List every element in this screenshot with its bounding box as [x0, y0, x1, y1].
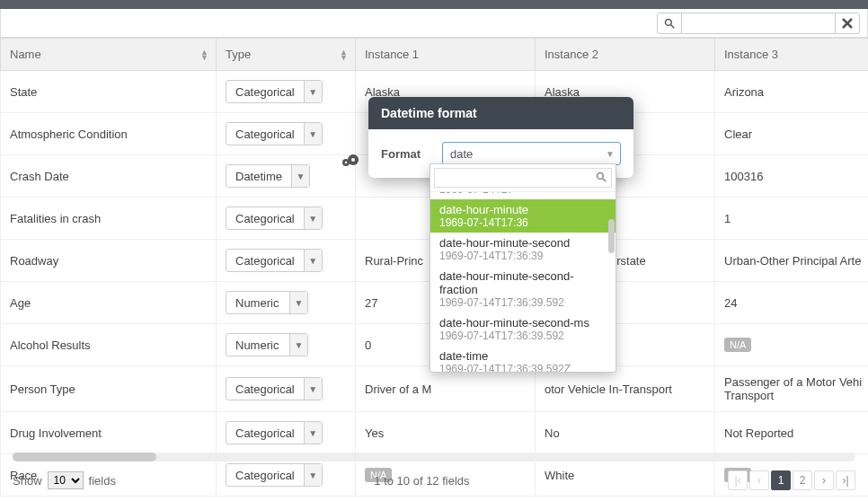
option-example: 1969-07-14T17: [439, 192, 607, 196]
chevron-down-icon: ▼: [304, 123, 322, 145]
type-select[interactable]: Categorical▼: [226, 377, 323, 400]
chevron-down-icon: ▼: [304, 81, 322, 102]
option-example: 1969-07-14T17:36:39: [439, 250, 607, 262]
scrollbar-thumb[interactable]: [13, 453, 156, 461]
cell-name: Drug Involvement: [1, 412, 217, 454]
col-label: Name: [10, 48, 41, 61]
col-instance-1: Instance 1: [356, 39, 536, 71]
page-first-button[interactable]: |‹: [728, 470, 748, 490]
cell-type: Categorical▼: [217, 71, 356, 113]
cell-name: Roadway: [1, 240, 217, 282]
dropdown-scrollbar[interactable]: [608, 219, 615, 253]
cell-instance: N/A: [715, 324, 869, 366]
pager: |‹ ‹ 1 2 › ›|: [728, 470, 855, 490]
horizontal-scrollbar[interactable]: [13, 453, 855, 461]
chevron-down-icon: ▼: [304, 378, 322, 400]
type-select[interactable]: Categorical▼: [226, 207, 323, 230]
cell-type: Numeric▼: [217, 282, 356, 324]
col-name[interactable]: Name▲▼: [1, 39, 217, 71]
col-instance-2: Instance 2: [536, 39, 715, 71]
na-badge: N/A: [724, 338, 751, 352]
page-2-button[interactable]: 2: [793, 470, 812, 490]
cell-type: Categorical▼: [217, 240, 356, 282]
col-instance-3: Instance 3: [715, 39, 869, 71]
clear-search-button[interactable]: [835, 13, 860, 34]
sort-icon: ▲▼: [200, 49, 208, 60]
type-select[interactable]: Categorical▼: [226, 421, 323, 444]
type-value: Categorical: [226, 207, 304, 229]
col-label: Instance 1: [365, 48, 419, 61]
type-select[interactable]: Datetime▼: [226, 164, 310, 188]
svg-point-8: [598, 173, 604, 180]
search-icon: [664, 18, 675, 29]
type-select[interactable]: Categorical▼: [226, 249, 323, 272]
page-size-select[interactable]: 10: [48, 471, 84, 489]
type-value: Datetime: [226, 165, 291, 187]
combo-value: date: [450, 147, 473, 161]
page-prev-button[interactable]: ‹: [749, 470, 769, 490]
cell-type: Categorical▼: [217, 412, 356, 454]
sort-icon: ▲▼: [340, 49, 348, 60]
type-value: Numeric: [226, 292, 289, 313]
cell-type: Numeric▼: [217, 324, 356, 366]
dropdown-option[interactable]: date-hour-minute-second-fraction1969-07-…: [430, 266, 616, 312]
fields-label: fields: [89, 474, 116, 488]
chevron-down-icon: ▼: [304, 207, 322, 229]
cell-instance: Driver of a M: [356, 366, 536, 412]
option-example: 1969-07-14T17:36:39.592Z: [439, 363, 607, 372]
type-value: Numeric: [226, 334, 289, 356]
cell-instance: otor Vehicle In-Transport: [536, 366, 715, 412]
type-select[interactable]: Categorical▼: [226, 80, 323, 103]
option-label: date-hour-minute-second: [439, 236, 607, 250]
page-next-button[interactable]: ›: [814, 470, 834, 490]
chevron-down-icon: ▼: [289, 292, 307, 313]
configure-icon[interactable]: [341, 153, 361, 167]
cell-name: Crash Date: [1, 155, 217, 198]
modal-title: Datetime format: [368, 97, 633, 129]
type-value: Categorical: [226, 378, 304, 400]
format-combobox[interactable]: date ▼: [442, 142, 621, 165]
dropdown-option[interactable]: 1969-07-14T17: [430, 192, 616, 199]
type-select[interactable]: Numeric▼: [226, 291, 308, 314]
svg-point-5: [351, 158, 355, 162]
cell-instance: 100316: [715, 155, 869, 198]
cell-instance: Yes: [356, 412, 536, 454]
option-label: date-hour-minute-second-fraction: [439, 269, 607, 296]
page-last-button[interactable]: ›|: [836, 470, 855, 490]
cell-instance: 24: [715, 282, 869, 324]
cell-name: Age: [1, 282, 217, 324]
svg-line-9: [603, 179, 607, 182]
search-input[interactable]: [682, 13, 835, 34]
cell-name: Alcohol Results: [1, 324, 217, 366]
cell-type: Categorical▼: [217, 113, 356, 155]
page-1-button[interactable]: 1: [771, 470, 791, 490]
option-label: date-time: [439, 349, 607, 363]
cell-instance: Passenger of a Motor Vehi Transport: [715, 366, 869, 412]
col-label: Type: [226, 48, 251, 61]
table-row: Drug InvolvementCategorical▼YesNoNot Rep…: [1, 412, 869, 454]
top-bar: [0, 0, 868, 9]
dropdown-option[interactable]: date-hour-minute-second-ms1969-07-14T17:…: [430, 312, 616, 346]
close-icon: [842, 18, 853, 29]
dropdown-option[interactable]: date-hour-minute-second1969-07-14T17:36:…: [430, 233, 616, 266]
chevron-down-icon: ▼: [304, 250, 322, 271]
type-select[interactable]: Categorical▼: [226, 122, 323, 145]
cell-name: Fatalities in crash: [1, 198, 217, 240]
svg-point-0: [666, 19, 672, 25]
search-icon-button[interactable]: [657, 13, 682, 34]
show-label: Show: [13, 474, 42, 488]
option-example: 1969-07-14T17:36:39.592: [439, 330, 607, 342]
cell-instance: 1: [715, 198, 869, 240]
cell-name: State: [1, 71, 217, 113]
type-value: Categorical: [226, 123, 304, 145]
pagination-status: 1 to 10 of 12 fields: [374, 474, 469, 488]
dropdown-option[interactable]: date-hour-minute1969-07-14T17:36: [430, 199, 616, 233]
type-select[interactable]: Numeric▼: [226, 333, 308, 356]
option-label: date-hour-minute-second-ms: [439, 316, 607, 330]
dropdown-search-input[interactable]: [434, 168, 612, 188]
dropdown-option[interactable]: date-time1969-07-14T17:36:39.592Z: [430, 346, 616, 372]
cell-instance: Clear: [715, 113, 869, 155]
col-type[interactable]: Type▲▼: [217, 39, 356, 71]
option-example: 1969-07-14T17:36:39.592: [439, 296, 607, 309]
svg-point-7: [345, 162, 348, 164]
